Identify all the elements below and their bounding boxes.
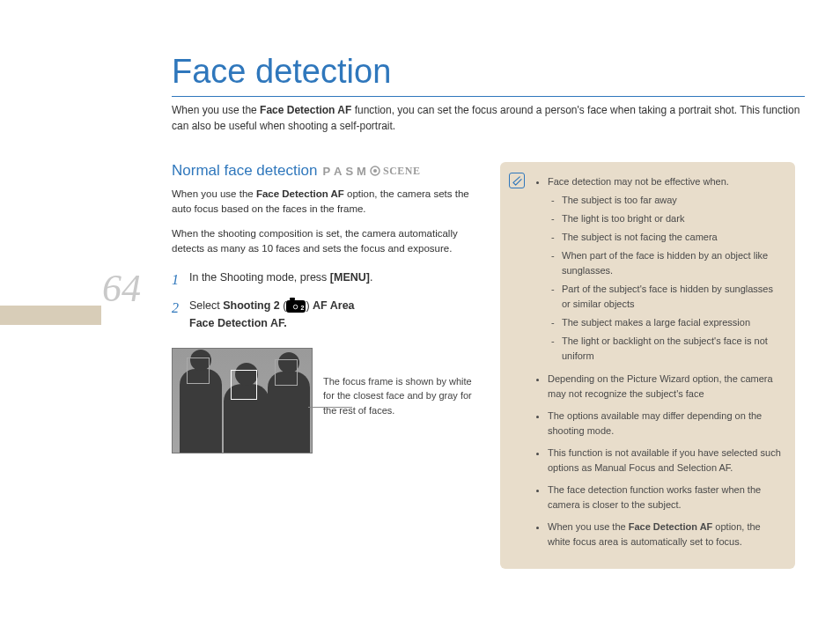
mode-m-icon: M [357, 165, 367, 178]
steps-list: 1 In the Shooting mode, press [MENU]. 2 … [172, 269, 475, 332]
page-number: 64 [0, 266, 150, 311]
page-title: Face detection [172, 53, 805, 91]
note-item: The face detection function works faster… [548, 483, 781, 512]
note-subitem: When part of the face is hidden by an ob… [551, 248, 781, 278]
camera-icon: 2 [286, 300, 306, 313]
note-icon [509, 173, 525, 188]
note-sublist: The subject is too far away The light is… [548, 193, 781, 364]
intro-paragraph: When you use the Face Detection AF funct… [172, 96, 805, 134]
focus-frame-white [231, 370, 257, 400]
mode-icons: P A S M SCENE [322, 165, 420, 178]
step-number: 1 [172, 269, 182, 291]
svg-point-1 [373, 169, 377, 173]
step-1: 1 In the Shooting mode, press [MENU]. [172, 269, 475, 291]
left-column: Normal face detection P A S M SCENE When… [172, 162, 475, 569]
lens-icon [370, 166, 380, 176]
note-box: Face detection may not be effective when… [500, 162, 795, 569]
figure-row: The focus frame is shown by white for th… [172, 348, 475, 453]
note-item: Face detection may not be effective when… [548, 174, 781, 365]
note-subitem: The subject makes a large facial express… [551, 315, 781, 330]
mode-p-icon: P [322, 165, 331, 178]
callout-line [308, 407, 352, 408]
note-subitem: Part of the subject's face is hidden by … [551, 282, 781, 312]
note-item: The options available may differ dependi… [548, 409, 781, 439]
focus-frame-gray [187, 358, 210, 384]
section-heading: Normal face detection P A S M SCENE [172, 162, 475, 180]
note-subitem: The light is too bright or dark [551, 211, 781, 226]
mode-scene-icon: SCENE [383, 165, 421, 178]
note-item: This function is not available if you ha… [548, 446, 781, 476]
step-2: 2 Select Shooting 2 (2) AF AreaFace Dete… [172, 297, 475, 332]
page-number-tab: 64 [0, 266, 150, 325]
mode-s-icon: S [345, 165, 354, 178]
note-subitem: The subject is not facing the camera [551, 230, 781, 245]
note-item: Depending on the Picture Wizard option, … [548, 372, 781, 402]
right-column: Face detection may not be effective when… [500, 162, 795, 569]
note-subitem: The light or backlight on the subject's … [551, 334, 781, 364]
note-subitem: The subject is too far away [551, 193, 781, 208]
svg-point-2 [293, 305, 298, 309]
mode-a-icon: A [334, 165, 343, 178]
body-paragraph-2: When the shooting composition is set, th… [172, 226, 475, 257]
step-number: 2 [172, 297, 182, 332]
focus-frame-gray [275, 359, 298, 386]
note-item: When you use the Face Detection AF optio… [548, 520, 781, 549]
page-tab-bar [0, 306, 101, 325]
body-paragraph-1: When you use the Face Detection AF optio… [172, 187, 475, 217]
example-figure [172, 348, 313, 453]
